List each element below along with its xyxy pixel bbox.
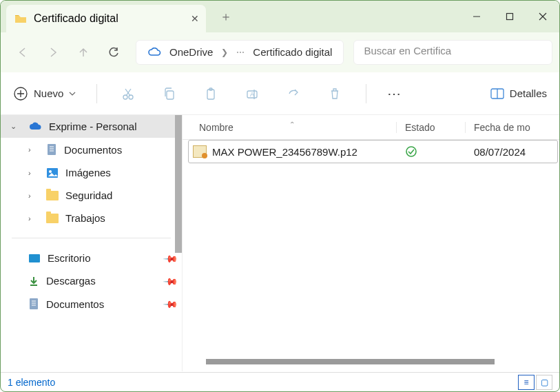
svg-line-10 (125, 89, 130, 96)
separator (366, 84, 366, 103)
chevron-right-icon[interactable]: ❯ (221, 48, 228, 57)
status-bar: 1 elemento ≡ ▢ (1, 372, 559, 391)
up-button[interactable] (68, 39, 98, 66)
sidebar-root-onedrive[interactable]: ⌄ Exprime - Personal (1, 115, 182, 138)
chevron-right-icon: › (28, 214, 39, 223)
forward-button[interactable] (38, 39, 68, 66)
horizontal-scrollbar[interactable] (206, 359, 546, 364)
column-state[interactable]: Estado (396, 122, 465, 133)
nav-bar: OneDrive ❯ ⋯ Certificado digital Buscar … (1, 32, 559, 72)
svg-rect-12 (207, 90, 214, 99)
chevron-right-icon: › (28, 169, 39, 177)
sidebar-item-label: Imágenes (65, 167, 111, 178)
certificate-icon (193, 145, 207, 158)
cloud-icon (147, 48, 161, 57)
file-list: ⌃ Nombre Estado Fecha de mo MAX POWER_23… (183, 115, 559, 371)
pictures-icon (46, 167, 59, 178)
content-area: ⌄ Exprime - Personal › Documentos › Imág… (1, 115, 559, 371)
search-input[interactable]: Buscar en Certifica (353, 40, 552, 65)
new-button-label: Nuevo (34, 87, 63, 99)
sidebar-item-label: Seguridad (65, 189, 112, 201)
view-mode-switcher: ≡ ▢ (518, 375, 552, 390)
sidebar-item-label: Documentos (64, 144, 122, 156)
grid-view-button[interactable]: ▢ (536, 375, 552, 390)
sync-status-icon (397, 145, 466, 158)
pin-icon: 📌 (163, 273, 178, 289)
more-button[interactable]: ⋯ (387, 85, 402, 102)
svg-point-8 (129, 95, 133, 99)
breadcrumb-current[interactable]: Certificado digital (253, 46, 332, 58)
window-tab[interactable]: Certificado digital ✕ (6, 5, 206, 32)
svg-text:A: A (250, 91, 254, 98)
rename-button[interactable]: A (242, 87, 262, 101)
file-date: 08/07/2024 (466, 146, 557, 158)
refresh-button[interactable] (98, 39, 129, 66)
download-icon (28, 276, 39, 287)
details-label: Detalles (510, 87, 547, 99)
folder-icon (46, 191, 59, 200)
sidebar-folder[interactable]: › Documentos (1, 138, 182, 161)
column-name[interactable]: ⌃ Nombre (183, 122, 396, 133)
svg-point-30 (406, 147, 416, 156)
minimize-button[interactable] (460, 1, 493, 32)
file-row[interactable]: MAX POWER_23456789W.p12 08/07/2024 (188, 140, 558, 163)
close-tab-icon[interactable]: ✕ (191, 13, 199, 24)
maximize-button[interactable] (493, 1, 526, 32)
sidebar-pinned-desktop[interactable]: Escritorio 📌 (1, 247, 182, 269)
back-button[interactable] (8, 39, 38, 66)
breadcrumb-more-icon[interactable]: ⋯ (236, 48, 245, 57)
svg-rect-26 (30, 298, 38, 309)
sidebar-root-label: Exprime - Personal (49, 121, 137, 132)
desktop-icon (28, 254, 41, 263)
paste-button[interactable] (200, 87, 221, 101)
sidebar-folder[interactable]: › Imágenes (1, 161, 182, 184)
separator (96, 84, 97, 103)
breadcrumb-root[interactable]: OneDrive (169, 46, 213, 58)
file-name: MAX POWER_23456789W.p12 (212, 146, 357, 158)
svg-rect-1 (507, 14, 513, 20)
window-controls (460, 1, 559, 32)
chevron-right-icon: › (28, 192, 39, 200)
sidebar: ⌄ Exprime - Personal › Documentos › Imág… (1, 115, 183, 371)
delete-button[interactable] (324, 87, 345, 101)
sidebar-folder[interactable]: › Seguridad (1, 184, 182, 207)
share-button[interactable] (283, 87, 304, 101)
svg-rect-25 (29, 254, 40, 262)
pin-icon: 📌 (163, 296, 178, 311)
separator (12, 238, 171, 238)
column-date[interactable]: Fecha de mo (465, 122, 559, 133)
folder-icon (14, 13, 27, 24)
toolbar: Nuevo A ⋯ Detalles (1, 72, 559, 115)
column-headers: ⌃ Nombre Estado Fecha de mo (183, 115, 559, 140)
chevron-right-icon: › (28, 145, 39, 154)
svg-rect-19 (48, 144, 56, 155)
sidebar-pinned-downloads[interactable]: Descargas 📌 (1, 269, 182, 292)
new-tab-button[interactable]: ＋ (220, 8, 232, 25)
svg-point-7 (123, 95, 127, 99)
sidebar-item-label: Documentos (46, 298, 104, 310)
sort-indicator-icon: ⌃ (289, 121, 295, 128)
sidebar-item-label: Escritorio (48, 252, 91, 264)
document-icon (28, 298, 39, 310)
cut-button[interactable] (118, 87, 138, 101)
svg-line-9 (126, 89, 131, 96)
address-bar[interactable]: OneDrive ❯ ⋯ Certificado digital (136, 40, 344, 65)
folder-icon (46, 214, 59, 223)
sidebar-pinned-documents[interactable]: Documentos 📌 (1, 292, 182, 316)
copy-button[interactable] (159, 87, 180, 101)
sidebar-item-label: Trabajos (65, 212, 105, 224)
document-icon (46, 143, 57, 156)
title-bar: Certificado digital ✕ ＋ (1, 1, 559, 32)
chevron-down-icon (69, 90, 76, 97)
close-button[interactable] (526, 1, 559, 32)
list-view-button[interactable]: ≡ (518, 375, 535, 390)
details-view-button[interactable]: Detalles (490, 87, 547, 99)
status-count: 1 elemento (8, 377, 55, 388)
svg-rect-11 (167, 91, 174, 99)
chevron-down-icon: ⌄ (10, 122, 21, 131)
new-button[interactable]: Nuevo (13, 86, 76, 101)
sidebar-scrollbar[interactable] (175, 115, 182, 253)
tab-title: Certificado digital (34, 12, 118, 25)
sidebar-folder[interactable]: › Trabajos (1, 207, 182, 229)
sidebar-item-label: Descargas (46, 275, 96, 287)
